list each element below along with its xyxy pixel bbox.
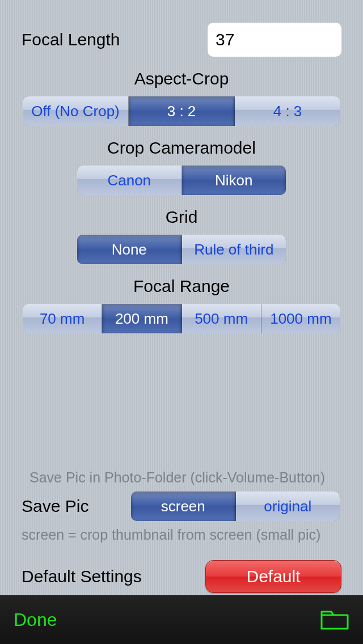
- aspect-crop-title: Aspect-Crop: [22, 69, 341, 88]
- aspect-crop-option[interactable]: Off (No Crop): [23, 96, 129, 126]
- save-hint-bottom: screen = crop thumbnail from screen (sma…: [22, 527, 341, 543]
- folder-icon[interactable]: [320, 608, 349, 631]
- camera-model-option[interactable]: Nikon: [182, 166, 286, 195]
- focal-range-title: Focal Range: [22, 277, 341, 296]
- aspect-crop-option[interactable]: 3 : 2: [129, 96, 235, 126]
- focal-range-option[interactable]: 1000 mm: [261, 304, 340, 333]
- save-pic-label: Save Pic: [22, 497, 129, 516]
- bottom-toolbar: Done: [0, 595, 363, 644]
- focal-range-segmented: 70 mm200 mm500 mm1000 mm: [23, 304, 340, 333]
- default-button[interactable]: Default: [205, 560, 341, 593]
- focal-length-label: Focal Length: [22, 30, 208, 49]
- save-pic-option[interactable]: original: [236, 492, 340, 521]
- camera-model-title: Crop Cameramodel: [22, 138, 341, 158]
- camera-model-segmented: CanonNikon: [77, 166, 286, 195]
- grid-option[interactable]: Rule of third: [182, 235, 286, 264]
- grid-option[interactable]: None: [77, 235, 182, 264]
- grid-segmented: NoneRule of third: [77, 235, 286, 264]
- aspect-crop-option[interactable]: 4 : 3: [235, 96, 340, 126]
- done-button[interactable]: Done: [14, 609, 57, 630]
- focal-length-input[interactable]: [208, 23, 341, 57]
- save-pic-segmented: screenoriginal: [131, 492, 340, 521]
- default-settings-label: Default Settings: [22, 567, 205, 586]
- focal-range-option[interactable]: 70 mm: [23, 304, 102, 333]
- save-pic-option[interactable]: screen: [131, 492, 236, 521]
- save-hint-top: Save Pic in Photo-Folder (click-Volume-B…: [22, 469, 341, 486]
- grid-title: Grid: [22, 207, 341, 227]
- focal-range-option[interactable]: 200 mm: [102, 304, 182, 333]
- aspect-crop-segmented: Off (No Crop)3 : 24 : 3: [23, 96, 340, 126]
- camera-model-option[interactable]: Canon: [77, 166, 182, 195]
- focal-range-option[interactable]: 500 mm: [182, 304, 261, 333]
